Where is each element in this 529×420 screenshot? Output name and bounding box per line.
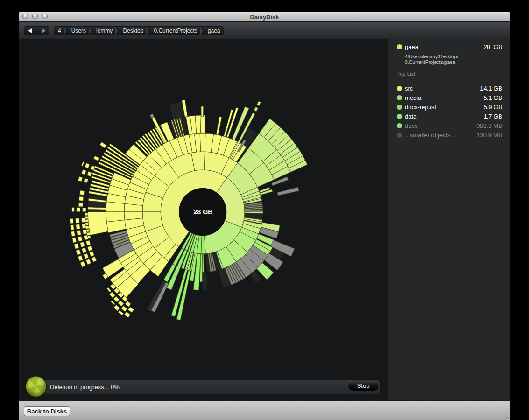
svg-text:28 GB: 28 GB — [193, 208, 212, 216]
